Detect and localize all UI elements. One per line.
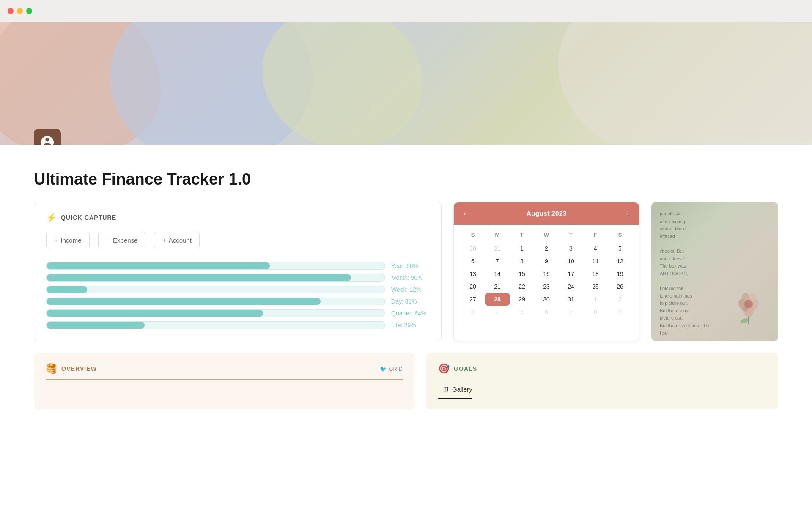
plus-icon-2: + [162, 237, 166, 244]
calendar-day[interactable]: 9 [608, 306, 632, 318]
calendar-day[interactable]: 31 [485, 242, 510, 255]
calendar-day[interactable]: 24 [559, 280, 583, 293]
calendar-day[interactable]: 28 [485, 293, 510, 306]
calendar-day[interactable]: 17 [559, 268, 583, 280]
calendar-day[interactable]: 16 [534, 268, 559, 280]
calendar-day[interactable]: 5 [608, 242, 632, 255]
progress-bar-bg [46, 321, 385, 329]
calendar-day[interactable]: 27 [461, 293, 485, 306]
bottom-grid: 🥞 OVERVIEW 🐦 GRID 🎯 GOALS ⊞ Gallery [34, 353, 778, 409]
grid-label: GRID [389, 366, 403, 372]
minus-icon: − [106, 236, 111, 245]
calendar-day[interactable]: 2 [534, 242, 559, 255]
cal-day-name: F [583, 229, 608, 240]
progress-label: Life: 29% [391, 322, 429, 329]
calendar-day[interactable]: 26 [608, 280, 632, 293]
progress-bar-fill [47, 322, 145, 329]
account-button[interactable]: + Account [154, 232, 200, 248]
calendar-day[interactable]: 10 [559, 255, 583, 268]
bolt-icon: ⚡ [46, 213, 57, 223]
progress-label: Week: 12% [391, 286, 429, 293]
progress-bar-fill [47, 286, 87, 293]
titlebar [0, 0, 812, 22]
calendar-prev-button[interactable]: ‹ [461, 208, 469, 219]
calendar-day[interactable]: 25 [583, 280, 608, 293]
plus-icon: + [54, 237, 58, 244]
calendar-next-button[interactable]: › [624, 208, 631, 219]
hero-blob-4 [558, 22, 812, 145]
bird-icon: 🐦 [380, 366, 387, 372]
calendar-day[interactable]: 6 [461, 255, 485, 268]
cal-day-name: T [559, 229, 583, 240]
goals-header: 🎯 GOALS [438, 363, 766, 374]
progress-bar-bg [46, 262, 385, 270]
calendar-day[interactable]: 11 [583, 255, 608, 268]
progress-label: Quarter: 64% [391, 310, 429, 317]
calendar-days: 3031123456789101112131415161718192021222… [461, 242, 632, 318]
calendar-day[interactable]: 14 [485, 268, 510, 280]
progress-bar-fill [47, 310, 263, 317]
calendar-day[interactable]: 20 [461, 280, 485, 293]
calendar-card: ‹ August 2023 › SMTWTFS 3031123456789101… [453, 202, 639, 341]
hero-banner [0, 22, 812, 145]
calendar-day[interactable]: 4 [485, 306, 510, 318]
grid-view-icon: ⊞ [443, 385, 449, 393]
minimize-button[interactable] [17, 8, 23, 14]
calendar-day[interactable]: 2 [608, 293, 632, 306]
progress-bar-fill [47, 274, 351, 281]
calendar-day[interactable]: 22 [510, 280, 534, 293]
calendar-day[interactable]: 1 [510, 242, 534, 255]
account-label: Account [169, 237, 192, 244]
calendar-grid: SMTWTFS 30311234567891011121314151617181… [454, 225, 639, 325]
quick-capture-card: ⚡ QUICK CAPTURE + Income − Expense + Acc… [34, 202, 442, 341]
calendar-day[interactable]: 13 [461, 268, 485, 280]
progress-bar-bg [46, 309, 385, 317]
page-icon [34, 129, 61, 145]
progress-row: Day: 81% [46, 298, 429, 305]
calendar-day[interactable]: 23 [534, 280, 559, 293]
progress-bar-bg [46, 274, 385, 282]
calendar-day[interactable]: 30 [534, 293, 559, 306]
photo-card: people. Anof a paintingwhere. Moreefface… [651, 202, 778, 341]
progress-label: Day: 81% [391, 298, 429, 305]
goals-card: 🎯 GOALS ⊞ Gallery [426, 353, 778, 409]
cal-day-name: M [485, 229, 510, 240]
page-title: Ultimate Finance Tracker 1.0 [34, 170, 778, 188]
expense-button[interactable]: − Expense [98, 232, 146, 248]
calendar-day[interactable]: 7 [559, 306, 583, 318]
progress-row: Quarter: 64% [46, 309, 429, 317]
calendar-day[interactable]: 30 [461, 242, 485, 255]
progress-label: Month: 90% [391, 274, 429, 281]
grid-badge: 🐦 GRID [380, 366, 403, 372]
calendar-day[interactable]: 31 [559, 293, 583, 306]
calendar-day[interactable]: 4 [583, 242, 608, 255]
calendar-day[interactable]: 29 [510, 293, 534, 306]
calendar-day[interactable]: 8 [583, 306, 608, 318]
calendar-day[interactable]: 3 [461, 306, 485, 318]
calendar-day[interactable]: 5 [510, 306, 534, 318]
calendar-day[interactable]: 15 [510, 268, 534, 280]
close-button[interactable] [8, 8, 14, 14]
calendar-day[interactable]: 18 [583, 268, 608, 280]
calendar-day[interactable]: 7 [485, 255, 510, 268]
calendar-day[interactable]: 9 [534, 255, 559, 268]
cal-day-name: T [510, 229, 534, 240]
progress-bar-bg [46, 298, 385, 305]
calendar-day[interactable]: 19 [608, 268, 632, 280]
calendar-day[interactable]: 6 [534, 306, 559, 318]
photo-placeholder: people. Anof a paintingwhere. Moreefface… [651, 202, 778, 341]
gallery-underline [438, 398, 472, 399]
svg-point-7 [740, 318, 749, 324]
overview-card: 🥞 OVERVIEW 🐦 GRID [34, 353, 414, 409]
overview-title: OVERVIEW [61, 365, 97, 372]
income-button[interactable]: + Income [46, 232, 90, 248]
maximize-button[interactable] [26, 8, 32, 14]
calendar-day[interactable]: 8 [510, 255, 534, 268]
gallery-button[interactable]: ⊞ Gallery [438, 382, 477, 396]
calendar-day[interactable]: 3 [559, 242, 583, 255]
calendar-day[interactable]: 12 [608, 255, 632, 268]
main-grid: ⚡ QUICK CAPTURE + Income − Expense + Acc… [34, 202, 778, 341]
calendar-day[interactable]: 1 [583, 293, 608, 306]
quick-capture-title: QUICK CAPTURE [61, 214, 116, 221]
calendar-day[interactable]: 21 [485, 280, 510, 293]
